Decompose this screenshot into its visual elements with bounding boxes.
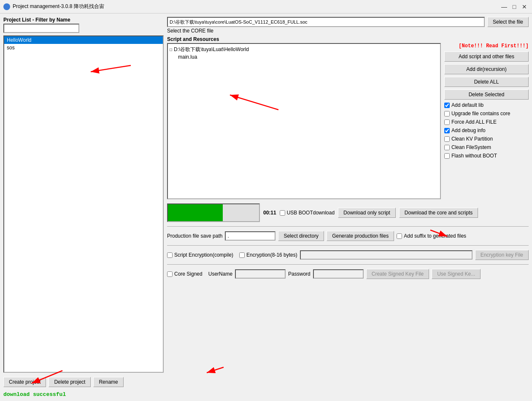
prod-label: Production file save path <box>167 233 222 239</box>
cb-add-debug: Add debug info <box>444 127 529 133</box>
cb-upgrade-file-label: Upgrade file contains core <box>451 111 510 117</box>
create-project-button[interactable]: Create project <box>3 377 46 387</box>
close-button[interactable]: ✕ <box>520 3 529 11</box>
download-script-button[interactable]: Download only script <box>338 208 396 218</box>
encryption-section: Script Encryption(compile) Encryption(8-… <box>167 250 529 260</box>
project-list: HelloWorld sos <box>3 35 164 373</box>
use-signed-key-button[interactable]: Use Signed Ke... <box>432 269 481 279</box>
collapse-icon: □ <box>170 47 172 52</box>
core-signed-checkbox[interactable] <box>167 271 173 277</box>
progress-section: 00:11 USB BOOTdownload Download only scr… <box>167 203 529 222</box>
download-core-button[interactable]: Download the core and scripts <box>399 208 478 218</box>
username-input[interactable] <box>235 269 286 279</box>
cb-add-default-lib: Add default lib <box>444 102 529 108</box>
rename-button[interactable]: Rename <box>93 377 123 387</box>
cb-add-default-lib-label: Add default lib <box>451 102 483 108</box>
minimize-button[interactable]: — <box>500 3 508 11</box>
filter-label: Project List - Filter by Name <box>3 17 164 23</box>
script-tree: □ D:\谷歌下载\tuya\Luat\HelloWorld main.lua <box>167 43 441 199</box>
cb-add-default-lib-input[interactable] <box>444 103 450 108</box>
cb-clean-fs: Clean FileSystem <box>444 144 529 150</box>
enc-key-input[interactable] <box>300 250 473 260</box>
cb-clean-fs-label: Clean FileSystem <box>451 144 491 150</box>
enc-checkbox[interactable] <box>239 252 245 258</box>
add-suffix-label: Add suffix to generated files <box>404 233 466 239</box>
cb-flash-no-boot-label: Flash without BOOT <box>451 153 497 159</box>
usb-boot-row: USB BOOTdownload <box>280 210 335 216</box>
usb-boot-checkbox[interactable] <box>280 210 285 216</box>
maximize-button[interactable]: □ <box>510 3 518 11</box>
prod-path-input[interactable] <box>225 231 275 241</box>
gen-files-button[interactable]: Generate production files <box>327 231 394 241</box>
core-signed-label: Core Signed <box>174 271 203 277</box>
script-enc-checkbox[interactable] <box>167 252 173 258</box>
script-enc-label: Script Encryption(compile) <box>174 252 233 258</box>
status-text: download successful <box>3 391 164 398</box>
tree-file-main[interactable]: main.lua <box>170 54 438 60</box>
add-suffix-checkbox[interactable] <box>397 233 402 239</box>
usb-boot-label: USB BOOTdownload <box>287 210 335 216</box>
script-section-label: Script and Resources <box>167 36 529 42</box>
cb-add-debug-label: Add debug info <box>451 127 486 133</box>
title-bar: Project management-3.0.8 降功耗找合宙 — □ ✕ <box>0 0 532 14</box>
app-title: Project management-3.0.8 降功耗找合宙 <box>13 3 104 10</box>
cb-clean-kv: Clean KV Partition <box>444 136 529 142</box>
progress-bar-outer <box>167 203 260 222</box>
cb-clean-fs-input[interactable] <box>444 145 450 150</box>
cb-flash-no-boot: Flash without BOOT <box>444 153 529 159</box>
filter-input[interactable] <box>3 24 79 33</box>
username-label: UserName <box>208 271 232 277</box>
password-label: Password <box>288 271 311 277</box>
cb-upgrade-file: Upgrade file contains core <box>444 111 529 117</box>
app-icon <box>3 3 10 10</box>
production-section: Production file save path Select directo… <box>167 231 529 241</box>
cb-flash-no-boot-input[interactable] <box>444 153 450 159</box>
cb-force-add-input[interactable] <box>444 119 450 125</box>
delete-selected-button[interactable]: Delete Selected <box>444 89 529 100</box>
tree-folder[interactable]: □ D:\谷歌下载\tuya\Luat\HelloWorld <box>170 46 438 54</box>
core-file-input[interactable] <box>167 17 485 27</box>
tree-folder-path: D:\谷歌下载\tuya\Luat\HelloWorld <box>174 46 249 53</box>
progress-bar-inner <box>168 204 223 221</box>
signed-section: Core Signed UserName Password Create Sig… <box>167 269 529 279</box>
select-file-button[interactable]: Select the file <box>487 17 529 27</box>
project-item-sos[interactable]: sos <box>4 44 163 51</box>
delete-project-button[interactable]: Delete project <box>49 377 91 387</box>
cb-clean-kv-input[interactable] <box>444 136 450 142</box>
password-input[interactable] <box>313 269 364 279</box>
add-suffix-row: Add suffix to generated files <box>397 233 466 239</box>
add-script-button[interactable]: Add script and other files <box>444 51 529 62</box>
delete-all-button[interactable]: Delete ALL <box>444 77 529 87</box>
core-file-label: Select the CORE file <box>167 28 529 34</box>
cb-upgrade-file-input[interactable] <box>444 111 450 117</box>
add-dir-button[interactable]: Add dir(recursion) <box>444 64 529 74</box>
cb-add-debug-input[interactable] <box>444 128 450 133</box>
cb-clean-kv-label: Clean KV Partition <box>451 136 493 142</box>
note-text: [Note!!! Read First!!!] <box>444 43 529 49</box>
cb-force-add-label: Force Add ALL FILE <box>451 119 497 125</box>
progress-time: 00:11 <box>263 210 276 216</box>
project-item-helloworld[interactable]: HelloWorld <box>4 36 163 44</box>
select-dir-button[interactable]: Select directory <box>278 231 324 241</box>
enc-key-file-button[interactable]: Encryption key File <box>475 250 529 260</box>
cb-force-add: Force Add ALL FILE <box>444 119 529 125</box>
create-signed-key-button[interactable]: Create Signed Key File <box>366 269 429 279</box>
enc-label: Encryption(8-16 bytes) <box>246 252 297 258</box>
